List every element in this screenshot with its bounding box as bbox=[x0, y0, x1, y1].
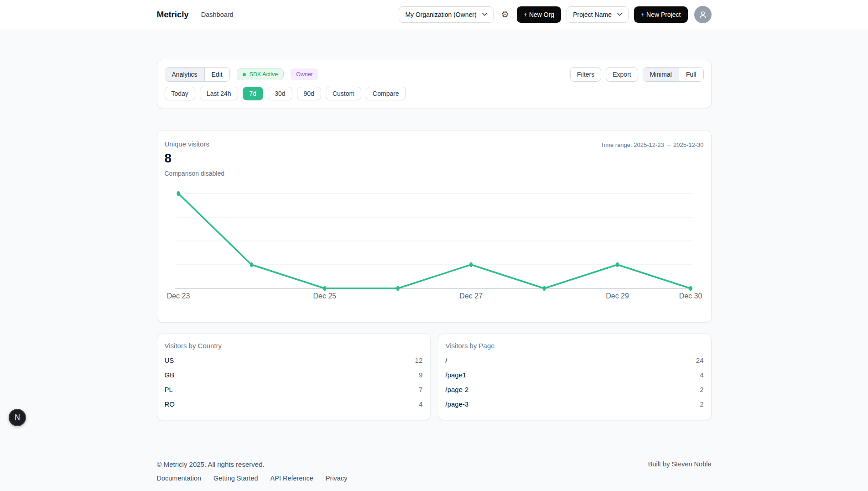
table-row: US 12 bbox=[165, 356, 423, 364]
project-select[interactable]: Project Name bbox=[567, 6, 629, 23]
metric-block: Unique visitors 8 Comparison disabled bbox=[165, 140, 225, 177]
metric-label: Unique visitors bbox=[165, 140, 225, 148]
footer-link-api-reference[interactable]: API Reference bbox=[270, 475, 313, 482]
card-title: Visitors by Country bbox=[165, 342, 423, 350]
project-select-value: Project Name bbox=[573, 11, 612, 18]
chart-header: Unique visitors 8 Comparison disabled Ti… bbox=[165, 140, 704, 177]
main-content: Analytics Edit SDK Active Owner Filters … bbox=[157, 60, 712, 491]
toolbar-actions-right: Filters Export Minimal Full bbox=[570, 67, 703, 82]
country-label: GB bbox=[165, 371, 175, 379]
visitors-by-page-card: Visitors by Page / 24 /page1 4 /page-2 2… bbox=[438, 334, 712, 420]
svg-text:Dec 25: Dec 25 bbox=[313, 292, 336, 300]
tab-full[interactable]: Full bbox=[679, 68, 703, 81]
unique-visitors-card: Unique visitors 8 Comparison disabled Ti… bbox=[157, 130, 712, 323]
new-project-button[interactable]: + New Project bbox=[634, 6, 688, 23]
filters-button[interactable]: Filters bbox=[570, 67, 601, 82]
page-value: 4 bbox=[700, 371, 703, 379]
person-icon bbox=[698, 10, 708, 20]
footer-links: Documentation Getting Started API Refere… bbox=[157, 475, 348, 482]
footer-link-getting-started[interactable]: Getting Started bbox=[213, 475, 258, 482]
density-tabs: Minimal Full bbox=[643, 67, 704, 82]
footer-left: © Metricly 2025. All rights reserved. Do… bbox=[157, 460, 348, 482]
svg-text:Dec 29: Dec 29 bbox=[606, 292, 629, 300]
country-label: PL bbox=[165, 386, 173, 393]
footer-link-privacy[interactable]: Privacy bbox=[326, 475, 348, 482]
country-value: 9 bbox=[419, 371, 422, 379]
svg-text:Dec 23: Dec 23 bbox=[166, 292, 190, 300]
range-90d-button[interactable]: 90d bbox=[297, 87, 321, 100]
unique-visitors-chart: Dec 23Dec 25Dec 27Dec 29Dec 30 bbox=[165, 189, 705, 304]
comparison-note: Comparison disabled bbox=[165, 170, 225, 177]
table-row: RO 4 bbox=[165, 400, 423, 408]
card-title: Visitors by Page bbox=[446, 342, 704, 350]
table-row: PL 7 bbox=[165, 386, 423, 393]
country-value: 7 bbox=[419, 386, 422, 393]
page-label: /page-2 bbox=[446, 386, 469, 393]
toolbar-row-top: Analytics Edit SDK Active Owner Filters … bbox=[165, 67, 704, 82]
breakdown-section: Visitors by Country US 12 GB 9 PL 7 RO 4… bbox=[157, 334, 712, 420]
navbar-actions: My Organization (Owner) ⚙ + New Org Proj… bbox=[399, 6, 711, 23]
page-footer: © Metricly 2025. All rights reserved. Do… bbox=[157, 446, 712, 491]
organization-select[interactable]: My Organization (Owner) bbox=[399, 6, 493, 23]
tab-minimal[interactable]: Minimal bbox=[643, 68, 679, 81]
svg-text:Dec 30: Dec 30 bbox=[679, 292, 702, 300]
sdk-status-label: SDK Active bbox=[249, 71, 278, 78]
status-dot-icon bbox=[243, 73, 246, 76]
footer-credit: Built by Steven Noble bbox=[648, 460, 712, 482]
page-label: /page-3 bbox=[446, 400, 469, 408]
metric-value: 8 bbox=[165, 151, 225, 166]
nextjs-n-icon: N bbox=[15, 413, 20, 422]
page-label: / bbox=[446, 356, 447, 364]
role-badge: Owner bbox=[291, 68, 318, 80]
nextjs-dev-badge[interactable]: N bbox=[9, 409, 26, 426]
gear-icon: ⚙ bbox=[501, 10, 509, 19]
svg-text:Dec 27: Dec 27 bbox=[459, 292, 483, 300]
chevron-down-icon bbox=[482, 13, 487, 16]
range-compare-button[interactable]: Compare bbox=[366, 87, 406, 100]
settings-button[interactable]: ⚙ bbox=[499, 10, 511, 19]
range-30d-button[interactable]: 30d bbox=[268, 87, 292, 100]
page-value: 2 bbox=[700, 400, 703, 408]
range-last24h-button[interactable]: Last 24h bbox=[200, 87, 238, 100]
range-today-button[interactable]: Today bbox=[165, 87, 195, 100]
visitors-by-country-card: Visitors by Country US 12 GB 9 PL 7 RO 4 bbox=[157, 334, 431, 420]
copyright-text: © Metricly 2025. All rights reserved. bbox=[157, 460, 348, 468]
page-value: 2 bbox=[700, 386, 703, 393]
tab-analytics[interactable]: Analytics bbox=[165, 68, 204, 81]
toolbar-card: Analytics Edit SDK Active Owner Filters … bbox=[157, 60, 712, 108]
time-range-buttons: Today Last 24h 7d 30d 90d Custom Compare bbox=[165, 87, 704, 100]
nav-link-dashboard[interactable]: Dashboard bbox=[201, 11, 234, 18]
time-range-label: Time range: 2025-12-23 → 2025-12-30 bbox=[601, 141, 704, 148]
page-label: /page1 bbox=[446, 371, 467, 379]
range-7d-button[interactable]: 7d bbox=[243, 87, 264, 100]
table-row: /page1 4 bbox=[446, 371, 704, 379]
footer-link-documentation[interactable]: Documentation bbox=[157, 475, 202, 482]
table-row: /page-2 2 bbox=[446, 386, 704, 393]
page-value: 24 bbox=[696, 356, 704, 364]
chevron-down-icon bbox=[617, 13, 622, 16]
new-org-button[interactable]: + New Org bbox=[517, 6, 561, 23]
country-label: RO bbox=[165, 400, 175, 408]
brand-logo[interactable]: Metricly bbox=[157, 10, 189, 20]
tab-edit[interactable]: Edit bbox=[204, 68, 229, 81]
country-label: US bbox=[165, 356, 174, 364]
sdk-status-badge: SDK Active bbox=[237, 68, 284, 80]
organization-select-value: My Organization (Owner) bbox=[405, 11, 476, 18]
export-button[interactable]: Export bbox=[606, 67, 638, 82]
user-avatar[interactable] bbox=[694, 6, 712, 23]
table-row: /page-3 2 bbox=[446, 400, 704, 408]
country-value: 12 bbox=[415, 356, 423, 364]
table-row: GB 9 bbox=[165, 371, 423, 379]
top-navbar: Metricly Dashboard My Organization (Owne… bbox=[0, 0, 868, 29]
view-mode-tabs: Analytics Edit bbox=[165, 67, 230, 82]
country-value: 4 bbox=[419, 400, 422, 408]
range-custom-button[interactable]: Custom bbox=[326, 87, 361, 100]
table-row: / 24 bbox=[446, 356, 704, 364]
